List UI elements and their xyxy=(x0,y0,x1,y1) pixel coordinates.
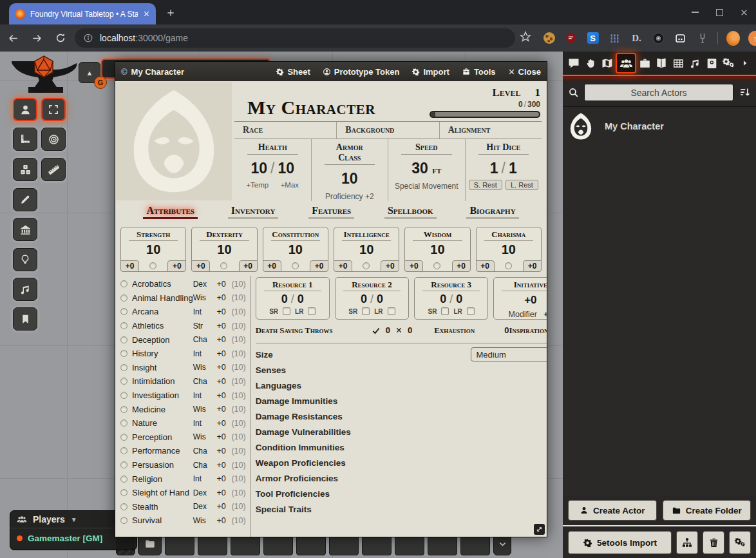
long-rest-button[interactable]: L. Rest xyxy=(506,180,538,190)
skill-row[interactable]: ArcanaInt+0(10) xyxy=(115,305,250,319)
save-mod[interactable]: +0 xyxy=(404,260,423,272)
delete-button[interactable] xyxy=(703,531,724,554)
check-mod[interactable]: +0 xyxy=(452,260,471,272)
actor-list-item[interactable]: My Character xyxy=(563,110,756,142)
skill-row[interactable]: PersuasionCha+0(10) xyxy=(115,458,250,472)
settings-button[interactable] xyxy=(729,531,751,554)
race-field[interactable]: Race xyxy=(234,122,337,139)
playlists-tab-icon[interactable] xyxy=(686,53,703,73)
character-portrait[interactable] xyxy=(116,82,232,200)
create-folder-button[interactable]: Create Folder xyxy=(663,500,751,521)
skill-row[interactable]: MedicineWis+0(10) xyxy=(115,402,250,416)
short-rest-button[interactable]: S. Rest xyxy=(469,180,502,190)
resource-2[interactable]: Resource 2 0/0 SRLR xyxy=(335,277,409,320)
window-close-button[interactable] xyxy=(732,0,756,24)
skill-prof-radio[interactable] xyxy=(120,322,128,329)
address-bar[interactable]: localhost:30000/game xyxy=(75,28,515,48)
items-tab-icon[interactable] xyxy=(636,53,653,73)
reload-button[interactable] xyxy=(50,27,71,49)
skill-row[interactable]: DeceptionCha+0(10) xyxy=(115,332,250,347)
close-window-button[interactable]: Close xyxy=(508,67,541,77)
skill-prof-radio[interactable] xyxy=(120,503,128,510)
foundry-logo[interactable] xyxy=(10,55,77,101)
bookmark-star-icon[interactable] xyxy=(519,30,532,43)
proficiency-radio[interactable] xyxy=(220,262,227,269)
skill-row[interactable]: PerformanceCha+0(10) xyxy=(115,444,250,458)
sidebar-collapse-icon[interactable] xyxy=(737,53,753,73)
d-extension-icon[interactable]: D. xyxy=(630,32,643,45)
character-name[interactable]: My Character xyxy=(247,97,375,119)
hp-tempmax-label[interactable]: +Max xyxy=(281,181,299,189)
forward-button[interactable] xyxy=(26,27,48,49)
sheet-titlebar[interactable]: © My Character Sheet Prototype Token Imp… xyxy=(115,62,547,81)
target-tool-button[interactable] xyxy=(41,128,66,151)
tools-button[interactable]: Tools xyxy=(462,67,496,77)
skill-row[interactable]: HistoryInt+0(10) xyxy=(115,347,250,361)
tab-close-icon[interactable] xyxy=(143,10,150,17)
skill-row[interactable]: IntimidationCha+0(10) xyxy=(115,374,250,389)
dice-tool-button[interactable] xyxy=(13,158,37,181)
prototype-token-button[interactable]: Prototype Token xyxy=(323,67,400,77)
check-mod[interactable]: +0 xyxy=(523,260,542,272)
skill-prof-radio[interactable] xyxy=(120,336,128,343)
save-mod[interactable]: +0 xyxy=(191,260,210,272)
profile-avatar[interactable] xyxy=(726,32,740,45)
tiles-tool-button[interactable] xyxy=(13,218,37,241)
initiative-block[interactable]: Initiative +0 Modifier+0 xyxy=(493,277,547,320)
save-mod[interactable]: +0 xyxy=(263,260,281,272)
ublock-extension-icon[interactable] xyxy=(564,32,578,45)
health-block[interactable]: Health 10/10 +Temp+Max xyxy=(234,139,312,201)
lighting-tool-button[interactable] xyxy=(13,248,37,271)
sheet-config-button[interactable]: Sheet xyxy=(276,67,310,77)
skill-row[interactable]: ReligionInt+0(10) xyxy=(115,472,250,486)
speed-block[interactable]: Speed 30 ft Special Movement xyxy=(388,139,466,201)
camera-extension-icon[interactable] xyxy=(652,32,665,45)
skill-prof-radio[interactable] xyxy=(120,392,128,399)
site-info-icon[interactable] xyxy=(83,33,93,43)
skill-row[interactable]: PerceptionWis+0(10) xyxy=(115,430,250,445)
grid-extension-icon[interactable] xyxy=(608,32,621,45)
fork-extension-icon[interactable] xyxy=(695,32,709,45)
ability-constitution[interactable]: Constitution 10 +0 +0 xyxy=(263,227,328,272)
window-resize-handle[interactable] xyxy=(534,524,545,535)
save-mod[interactable]: +0 xyxy=(334,260,352,272)
back-button[interactable] xyxy=(2,27,24,49)
tab-biography[interactable]: Biography xyxy=(466,205,518,219)
skill-prof-radio[interactable] xyxy=(120,364,128,371)
session-extension-icon[interactable]: S xyxy=(586,32,600,45)
check-mod[interactable]: +0 xyxy=(381,260,399,272)
proficiency-radio[interactable] xyxy=(363,262,370,269)
ruler-tool-button[interactable] xyxy=(13,128,37,151)
exhaustion-value[interactable]: 0 xyxy=(504,325,509,335)
new-tab-button[interactable] xyxy=(162,5,179,21)
folder-tree-button[interactable] xyxy=(676,531,698,554)
xp-counter[interactable]: 0/300 xyxy=(430,100,540,109)
level-value[interactable]: 1 xyxy=(535,86,541,99)
ability-strength[interactable]: Strength 10 +0 +0 xyxy=(120,227,186,272)
sr-checkbox[interactable] xyxy=(362,307,370,315)
tab-spellbook[interactable]: Spellbook xyxy=(384,205,437,219)
tab-attributes[interactable]: Attributes xyxy=(143,205,198,219)
skill-prof-radio[interactable] xyxy=(120,434,128,441)
lr-checkbox[interactable] xyxy=(308,307,316,315)
skill-row[interactable]: Animal HandlingWis+0(10) xyxy=(115,291,250,305)
skill-prof-radio[interactable] xyxy=(120,447,128,454)
drawing-tool-button[interactable] xyxy=(13,188,37,211)
cookie-extension-icon[interactable] xyxy=(542,32,556,45)
proficiency-radio[interactable] xyxy=(292,262,299,269)
skill-prof-radio[interactable] xyxy=(120,350,128,357)
tab-inventory[interactable]: Inventory xyxy=(228,205,279,219)
sounds-tool-button[interactable] xyxy=(13,278,37,301)
skill-prof-radio[interactable] xyxy=(120,419,128,427)
skill-prof-radio[interactable] xyxy=(120,406,128,413)
check-mod[interactable]: +0 xyxy=(239,260,258,272)
select-tool-button[interactable] xyxy=(41,98,66,121)
5etools-import-button[interactable]: 5etools Import xyxy=(568,531,672,554)
ability-dexterity[interactable]: Dexterity 10 +0 +0 xyxy=(191,227,257,272)
skill-row[interactable]: AcrobaticsDex+0(10) xyxy=(115,277,250,291)
skill-prof-radio[interactable] xyxy=(120,378,128,385)
death-success-icon[interactable] xyxy=(372,326,381,335)
measure-tool-button[interactable] xyxy=(41,158,66,181)
lr-checkbox[interactable] xyxy=(388,307,395,315)
sort-icon[interactable] xyxy=(739,86,751,99)
